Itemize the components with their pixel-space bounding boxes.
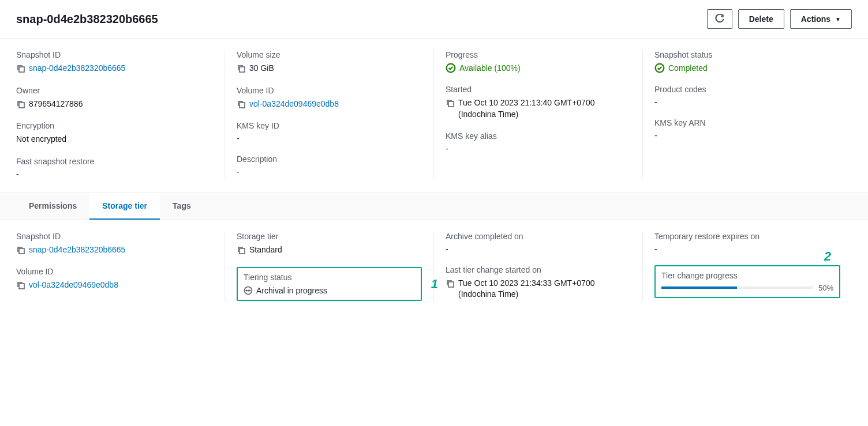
- detail-column: Volume size 30 GiB Volume ID vol-0a324de…: [225, 50, 434, 179]
- field-kms-key-id: KMS key ID -: [237, 121, 422, 143]
- tab-storage-tier[interactable]: Storage tier: [89, 193, 160, 220]
- detail-column: Progress Available (100%) Started Tue Oc…: [434, 50, 643, 179]
- copy-icon[interactable]: [16, 100, 25, 109]
- field-value: Not encrypted: [16, 134, 213, 145]
- field-value: -: [237, 134, 422, 143]
- delete-button[interactable]: Delete: [738, 9, 784, 29]
- field-snapshot-id-st: Snapshot ID snap-0d4e2b382320b6665: [16, 232, 213, 256]
- field-label: Encryption: [16, 121, 213, 130]
- copy-icon[interactable]: [16, 64, 25, 73]
- detail-column: Snapshot ID snap-0d4e2b382320b6665 Owner…: [16, 50, 225, 179]
- svg-rect-3: [240, 103, 245, 108]
- field-progress: Progress Available (100%): [446, 50, 631, 73]
- field-label: Tiering status: [244, 273, 415, 282]
- field-last-tier-change: Last tier change started on Tue Oct 10 2…: [446, 265, 631, 300]
- field-label: Volume size: [237, 50, 422, 59]
- svg-rect-5: [448, 101, 454, 107]
- field-value: Standard: [249, 244, 282, 256]
- field-value: -: [654, 131, 840, 140]
- copy-icon[interactable]: [446, 279, 455, 288]
- callout-number: 1: [431, 277, 438, 292]
- svg-point-12: [248, 291, 249, 292]
- field-label: Last tier change started on: [446, 265, 631, 274]
- field-value: Tue Oct 10 2023 21:13:40 GMT+0700 (Indoc…: [458, 97, 631, 120]
- content-column: Temporary restore expires on - Tier chan…: [643, 232, 852, 301]
- callout-number: 2: [824, 249, 831, 264]
- actions-label: Actions: [801, 14, 830, 24]
- refresh-button[interactable]: [707, 9, 732, 29]
- field-value-link[interactable]: snap-0d4e2b382320b6665: [29, 63, 125, 74]
- field-temp-restore: Temporary restore expires on -: [654, 232, 840, 254]
- field-label: KMS key ARN: [654, 118, 840, 127]
- field-value: -: [16, 169, 213, 179]
- svg-rect-8: [19, 284, 24, 289]
- svg-rect-1: [19, 103, 24, 108]
- field-snapshot-status: Snapshot status Completed: [654, 50, 840, 73]
- content-column: Archive completed on - Last tier change …: [434, 232, 643, 301]
- field-label: Temporary restore expires on: [654, 232, 840, 241]
- page-header: snap-0d4e2b382320b6665 Delete Actions ▼: [0, 0, 868, 39]
- check-circle-icon: [654, 63, 665, 73]
- field-volume-size: Volume size 30 GiB: [237, 50, 422, 74]
- tab-permissions[interactable]: Permissions: [16, 193, 89, 220]
- copy-icon[interactable]: [237, 64, 246, 73]
- highlight-tier-progress: Tier change progress 50%: [654, 265, 840, 298]
- field-label: Snapshot ID: [16, 50, 213, 59]
- field-label: Volume ID: [16, 267, 213, 276]
- field-archive-completed: Archive completed on -: [446, 232, 631, 254]
- field-label: Description: [237, 154, 422, 164]
- content-column: Snapshot ID snap-0d4e2b382320b6665 Volum…: [16, 232, 225, 301]
- actions-button[interactable]: Actions ▼: [790, 9, 852, 29]
- field-value-link[interactable]: vol-0a324de09469e0db8: [29, 280, 118, 291]
- details-panel: Snapshot ID snap-0d4e2b382320b6665 Owner…: [0, 39, 868, 193]
- field-value: -: [654, 97, 840, 107]
- field-value: -: [237, 167, 422, 176]
- field-volume-id: Volume ID vol-0a324de09469e0db8: [237, 86, 422, 110]
- tabs: Permissions Storage tier Tags: [0, 193, 868, 220]
- field-label: Storage tier: [237, 232, 422, 241]
- field-label: Snapshot status: [654, 50, 840, 59]
- storage-tier-panel: Snapshot ID snap-0d4e2b382320b6665 Volum…: [0, 220, 868, 315]
- field-label: Started: [446, 85, 631, 94]
- svg-rect-0: [19, 67, 24, 72]
- check-circle-icon: [446, 63, 456, 73]
- caret-down-icon: ▼: [835, 16, 841, 22]
- field-value: Tue Oct 10 2023 21:34:33 GMT+0700 (Indoc…: [458, 278, 631, 300]
- header-actions: Delete Actions ▼: [707, 9, 852, 29]
- field-label: Snapshot ID: [16, 232, 213, 241]
- copy-icon[interactable]: [237, 100, 246, 109]
- copy-icon[interactable]: [16, 246, 25, 255]
- field-started: Started Tue Oct 10 2023 21:13:40 GMT+070…: [446, 85, 631, 120]
- content-column: Storage tier Standard Tiering status Ar: [225, 232, 434, 301]
- copy-icon[interactable]: [446, 99, 455, 108]
- field-label: Product codes: [654, 85, 840, 94]
- field-fast-restore: Fast snapshot restore -: [16, 157, 213, 179]
- field-kms-key-alias: KMS key alias -: [446, 131, 631, 153]
- field-value: Archival in progress: [256, 286, 327, 295]
- field-value-link[interactable]: snap-0d4e2b382320b6665: [29, 244, 125, 256]
- field-value: -: [654, 244, 840, 254]
- copy-icon[interactable]: [237, 246, 246, 255]
- svg-point-11: [246, 291, 247, 292]
- detail-column: Snapshot status Completed Product codes …: [643, 50, 852, 179]
- field-label: Tier change progress: [661, 271, 833, 280]
- refresh-icon: [714, 14, 725, 24]
- copy-icon[interactable]: [16, 281, 25, 290]
- field-value: Available (100%): [459, 63, 521, 73]
- page-title: snap-0d4e2b382320b6665: [16, 13, 158, 26]
- field-storage-tier: Storage tier Standard: [237, 232, 422, 256]
- svg-rect-2: [240, 67, 245, 72]
- highlight-tiering-status: Tiering status Archival in progress: [237, 267, 422, 301]
- field-volume-id-st: Volume ID vol-0a324de09469e0db8: [16, 267, 213, 291]
- field-label: Archive completed on: [446, 232, 631, 241]
- svg-rect-9: [240, 248, 245, 254]
- status-in-progress-icon: [244, 286, 253, 295]
- field-encryption: Encryption Not encrypted: [16, 121, 213, 145]
- field-label: KMS key alias: [446, 131, 631, 141]
- field-value-link[interactable]: vol-0a324de09469e0db8: [249, 99, 339, 110]
- svg-rect-7: [19, 248, 24, 254]
- field-owner: Owner 879654127886: [16, 86, 213, 110]
- field-value: 879654127886: [29, 99, 83, 110]
- tab-tags[interactable]: Tags: [160, 193, 204, 220]
- field-label: KMS key ID: [237, 121, 422, 130]
